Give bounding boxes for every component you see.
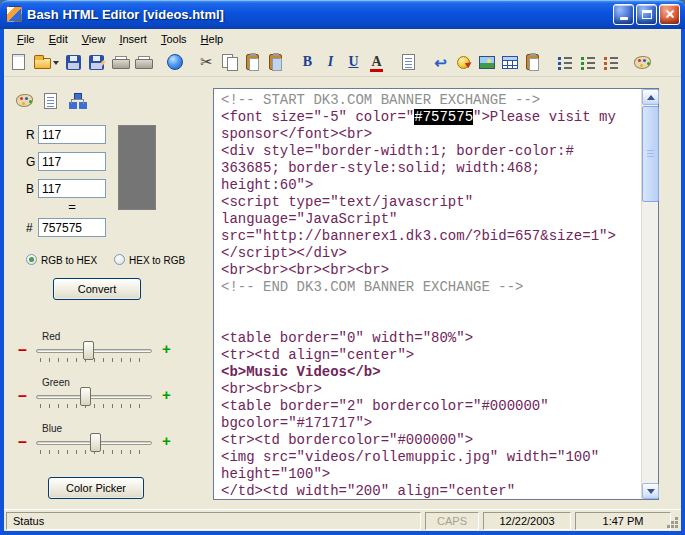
window-body: File Edit View Insert Tools Help B I U <box>4 29 681 531</box>
editor-line: <tr><td align="center"> <box>221 347 640 364</box>
insert-image-button[interactable] <box>475 51 498 73</box>
underline-button[interactable]: U <box>342 51 365 73</box>
insert-table-button[interactable] <box>498 51 521 73</box>
g-label: G <box>26 155 35 169</box>
blue-slider-group: Blue – + <box>14 425 204 459</box>
menu-edit[interactable]: Edit <box>42 31 75 47</box>
blue-slider-thumb[interactable] <box>90 433 101 452</box>
scroll-up-button[interactable] <box>642 89 659 105</box>
editor-line: height:60"> <box>221 177 640 194</box>
red-slider[interactable] <box>36 341 152 363</box>
editor-line: <br><br><br> <box>221 381 640 398</box>
italic-button[interactable]: I <box>319 51 342 73</box>
color-picker-button[interactable]: Color Picker <box>48 477 144 499</box>
green-slider[interactable] <box>36 387 152 409</box>
open-folder-icon <box>34 58 51 69</box>
menu-help[interactable]: Help <box>194 31 231 47</box>
insert-object-icon <box>526 54 539 70</box>
menu-tools[interactable]: Tools <box>154 31 194 47</box>
red-slider-thumb[interactable] <box>83 341 94 360</box>
editor[interactable]: <!-- START DK3.COM BANNER EXCHANGE --><f… <box>213 88 659 500</box>
tree-tool-button[interactable] <box>66 91 87 110</box>
italic-icon: I <box>328 55 333 69</box>
minimize-button[interactable] <box>613 4 634 25</box>
content-area: R G B = # RGB <box>4 77 681 509</box>
menu-view[interactable]: View <box>75 31 113 47</box>
hex-to-rgb-radio[interactable] <box>114 254 125 265</box>
red-input[interactable] <box>38 125 106 144</box>
blue-increase-button[interactable]: + <box>162 433 171 448</box>
copy-button[interactable] <box>218 51 241 73</box>
paste-button[interactable] <box>241 51 264 73</box>
blue-decrease-button[interactable]: – <box>18 434 27 450</box>
cut-button[interactable] <box>195 51 218 73</box>
green-slider-thumb[interactable] <box>80 387 91 406</box>
paste-special-button[interactable] <box>264 51 287 73</box>
maximize-button[interactable] <box>636 4 657 25</box>
save-as-button[interactable] <box>85 51 108 73</box>
save-button[interactable] <box>62 51 85 73</box>
editor-line: <font size="-5" color="#757575">Please v… <box>221 109 640 126</box>
hyperlink-button[interactable]: ↩ <box>429 51 452 73</box>
green-slider-groove <box>36 395 152 399</box>
editor-line: <table border="2" bordercolor="#000000" <box>221 398 640 415</box>
status-bar: Status CAPS 12/22/2003 1:47 PM <box>4 509 681 531</box>
bullet-list-green-button[interactable] <box>576 51 599 73</box>
menu-bar: File Edit View Insert Tools Help <box>4 29 681 48</box>
bullet-list-blue-button[interactable] <box>553 51 576 73</box>
scroll-down-button[interactable] <box>642 483 659 499</box>
globe-icon <box>167 54 183 70</box>
open-dropdown-icon[interactable] <box>53 61 59 68</box>
blue-slider[interactable] <box>36 433 152 455</box>
app-window: Bash HTML Editor [videos.html] File Edit… <box>0 0 685 535</box>
editor-line: <img src="videos/rollemuppic.jpg" width=… <box>221 449 640 466</box>
red-slider-ticks <box>40 358 148 362</box>
editor-line: </td><td width="200" align="center" <box>221 483 640 499</box>
color-panel-toolbar <box>14 91 87 110</box>
date-indicator: 12/22/2003 <box>483 512 571 530</box>
menu-file[interactable]: File <box>10 31 42 47</box>
green-input[interactable] <box>38 152 106 171</box>
insert-object-button[interactable] <box>521 51 544 73</box>
editor-line <box>221 313 640 330</box>
new-document-button[interactable] <box>7 51 30 73</box>
document-text-button[interactable] <box>397 51 420 73</box>
blue-input[interactable] <box>38 179 106 198</box>
editor-scrollbar[interactable] <box>641 89 658 499</box>
scroll-down-icon <box>647 489 655 498</box>
editor-line: 363685; border-style:solid; width:468; <box>221 160 640 177</box>
green-increase-button[interactable]: + <box>162 387 171 402</box>
red-decrease-button[interactable]: – <box>18 342 27 358</box>
menu-insert[interactable]: Insert <box>112 31 154 47</box>
save-icon <box>66 55 81 70</box>
close-button[interactable] <box>659 4 680 25</box>
hex-input[interactable] <box>38 218 106 237</box>
print-preview-icon <box>135 56 151 69</box>
font-color-button[interactable]: A <box>365 51 388 73</box>
bullet-list-red-button[interactable] <box>599 51 622 73</box>
color-panel: R G B = # RGB <box>4 77 213 509</box>
browser-preview-button[interactable] <box>163 51 186 73</box>
editor-line: src="http://bannerex1.dk3.com/?bid=657&s… <box>221 228 640 245</box>
print-preview-button[interactable] <box>131 51 154 73</box>
rgb-to-hex-radio[interactable] <box>26 254 37 265</box>
palette-tool-button[interactable] <box>14 91 35 110</box>
minimize-icon <box>620 17 628 20</box>
caps-indicator: CAPS <box>425 512 479 530</box>
tree-icon <box>69 93 85 108</box>
editor-line: <br><br><br><br><br> <box>221 262 640 279</box>
paste-icon <box>246 54 259 70</box>
resize-grip[interactable] <box>666 516 678 528</box>
document-tool-button[interactable] <box>40 91 61 110</box>
open-file-button[interactable] <box>30 51 62 73</box>
pencil-icon <box>97 60 105 69</box>
convert-button[interactable]: Convert <box>53 278 141 300</box>
anchor-button[interactable] <box>452 51 475 73</box>
green-decrease-button[interactable]: – <box>18 388 27 404</box>
red-increase-button[interactable]: + <box>162 341 171 356</box>
print-button[interactable] <box>108 51 131 73</box>
colors-button[interactable] <box>631 51 654 73</box>
bold-button[interactable]: B <box>296 51 319 73</box>
editor-text[interactable]: <!-- START DK3.COM BANNER EXCHANGE --><f… <box>214 89 640 499</box>
scrollbar-thumb[interactable] <box>642 106 659 202</box>
